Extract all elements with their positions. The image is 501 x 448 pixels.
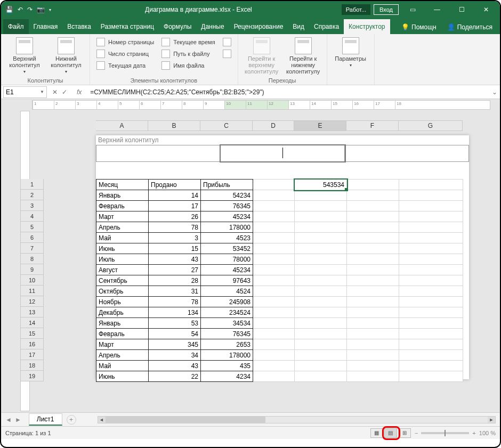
cell[interactable]	[253, 371, 295, 382]
chevron-down-icon[interactable]: ▼	[40, 89, 44, 94]
scroll-thumb[interactable]	[106, 417, 265, 423]
cell[interactable]	[399, 265, 463, 275]
col-header-a[interactable]: A	[96, 120, 148, 131]
cell[interactable]	[399, 339, 463, 350]
cell[interactable]	[347, 339, 399, 350]
cell[interactable]: 435	[201, 361, 253, 371]
cell[interactable]	[399, 233, 463, 243]
cell[interactable]	[399, 254, 463, 265]
tab-formulas[interactable]: Формулы	[159, 19, 196, 34]
tab-design[interactable]: Конструктор	[344, 19, 390, 34]
cell[interactable]: Январь	[96, 318, 149, 329]
cell[interactable]	[347, 190, 399, 201]
cell[interactable]	[253, 286, 295, 297]
row-header[interactable]: 1	[20, 179, 44, 190]
options-button[interactable]: Параметры▾	[332, 36, 370, 69]
cell[interactable]	[399, 222, 463, 233]
cell[interactable]: 97643	[201, 275, 253, 286]
cell[interactable]	[399, 318, 463, 329]
row-header[interactable]: 19	[20, 371, 44, 381]
cell[interactable]	[399, 297, 463, 307]
share-button[interactable]: 👤Поделиться	[442, 20, 498, 34]
file-name-button[interactable]: Имя файла	[159, 60, 217, 71]
current-date-button[interactable]: Текущая дата	[94, 60, 156, 71]
horizontal-scrollbar[interactable]: ◄ ►	[98, 416, 496, 423]
header-center[interactable]	[221, 145, 345, 161]
cell[interactable]	[347, 361, 399, 371]
cell[interactable]	[253, 254, 295, 265]
footer-button[interactable]: Нижний колонтитул▾	[47, 36, 85, 75]
header-right[interactable]	[345, 145, 468, 161]
cell[interactable]	[399, 371, 463, 382]
cell[interactable]	[253, 318, 295, 329]
row-header[interactable]: 3	[20, 200, 44, 211]
cell[interactable]: 43	[149, 254, 201, 265]
row-header[interactable]: 15	[20, 328, 44, 339]
cell[interactable]: Февраль	[96, 329, 149, 339]
cell[interactable]	[295, 371, 347, 382]
cell[interactable]	[295, 286, 347, 297]
cell[interactable]	[347, 211, 399, 222]
cell[interactable]: Декабрь	[96, 307, 149, 318]
expand-formula-icon[interactable]: ⌄	[489, 88, 500, 96]
cell[interactable]: Июль	[96, 254, 149, 265]
cell[interactable]	[347, 222, 399, 233]
cell[interactable]: 54	[149, 329, 201, 339]
camera-icon[interactable]: 📷	[37, 6, 45, 13]
tab-insert[interactable]: Вставка	[62, 19, 96, 34]
cell[interactable]: Апрель	[96, 222, 149, 233]
cell[interactable]	[253, 350, 295, 361]
cell[interactable]: 34534	[201, 318, 253, 329]
row-header[interactable]: 14	[20, 317, 44, 328]
row-header[interactable]: 17	[20, 349, 44, 360]
view-normal-button[interactable]: ▦	[370, 428, 383, 438]
maximize-button[interactable]: ☐	[451, 1, 472, 18]
cell[interactable]: 17	[149, 201, 201, 211]
zoom-out-icon[interactable]: −	[415, 430, 418, 436]
cell[interactable]	[295, 318, 347, 329]
cell[interactable]: 2653	[201, 339, 253, 350]
cell[interactable]	[347, 286, 399, 297]
cell[interactable]: 34	[149, 350, 201, 361]
col-header-b[interactable]: B	[148, 120, 200, 131]
cell[interactable]	[295, 190, 347, 201]
cell[interactable]	[399, 350, 463, 361]
cell[interactable]	[347, 180, 399, 190]
cell[interactable]	[295, 222, 347, 233]
cell[interactable]: 22	[149, 371, 201, 382]
cell[interactable]	[295, 254, 347, 265]
cell[interactable]: Февраль	[96, 201, 149, 211]
cell[interactable]: 4234	[201, 371, 253, 382]
cell[interactable]	[399, 286, 463, 297]
tab-scroll-right-icon[interactable]: ►	[15, 416, 21, 423]
cells-grid[interactable]: МесяцПроданоПрибыль543534Январь1454234Фе…	[96, 179, 463, 382]
cell[interactable]: 234524	[201, 307, 253, 318]
row-header[interactable]: 13	[20, 307, 44, 317]
cell[interactable]	[399, 201, 463, 211]
cell[interactable]	[399, 190, 463, 201]
redo-icon[interactable]: ↷	[27, 6, 33, 13]
cell[interactable]: 178000	[201, 350, 253, 361]
cell[interactable]: 78	[149, 297, 201, 307]
cell[interactable]	[347, 254, 399, 265]
page-number-button[interactable]: Номер страницы	[94, 36, 156, 48]
cell[interactable]: 78	[149, 222, 201, 233]
horizontal-ruler[interactable]: 123456789101112131415161718	[32, 100, 490, 110]
name-box[interactable]: E1▼	[3, 86, 47, 98]
row-header[interactable]: 9	[20, 264, 44, 275]
header-button[interactable]: Верхний колонтитул▾	[5, 36, 44, 75]
current-time-button[interactable]: Текущее время	[159, 36, 217, 48]
cell[interactable]	[399, 307, 463, 318]
row-header[interactable]: 4	[20, 211, 44, 222]
cell[interactable]: 53452	[201, 243, 253, 254]
cell[interactable]	[253, 211, 295, 222]
row-header[interactable]: 6	[20, 232, 44, 243]
cell[interactable]: 54234	[201, 190, 253, 201]
cell[interactable]: 43	[149, 361, 201, 371]
picture-button[interactable]	[221, 36, 233, 48]
row-header[interactable]: 11	[20, 286, 44, 296]
cell[interactable]: 27	[149, 265, 201, 275]
enter-icon[interactable]: ✓	[62, 88, 67, 96]
cell[interactable]	[399, 329, 463, 339]
file-path-button[interactable]: Путь к файлу	[159, 48, 217, 60]
